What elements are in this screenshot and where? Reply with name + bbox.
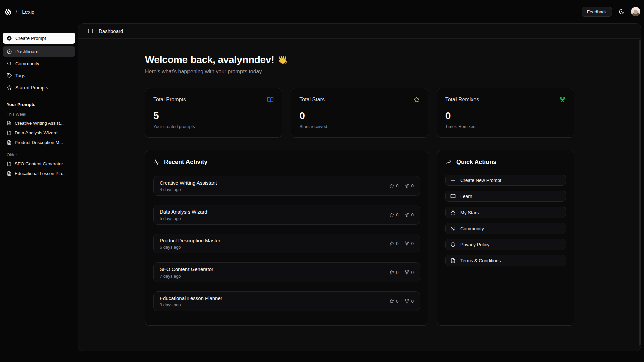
star-count: 0 <box>396 241 399 246</box>
trending-up-icon <box>445 159 452 165</box>
fork-count: 0 <box>411 270 414 275</box>
fork-count: 0 <box>411 299 414 304</box>
activity-list: Creative Writing Assistant 4 days ago 0 … <box>153 176 420 311</box>
stat-value: 5 <box>153 110 274 121</box>
activity-row[interactable]: SEO Content Generator 7 days ago 0 0 <box>153 262 420 282</box>
welcome-heading: Welcome back, avalynndev! <box>145 54 574 65</box>
activity-icon <box>153 159 160 165</box>
shield-icon <box>450 242 456 247</box>
stat-caption: Stars received <box>299 124 420 129</box>
welcome-subheading: Here's what's happening with your prompt… <box>145 69 574 75</box>
star-count: 0 <box>396 212 399 217</box>
my-stars-button[interactable]: My Stars <box>445 207 566 218</box>
community-button[interactable]: Community <box>445 223 566 234</box>
activity-time: 6 days ago <box>160 245 220 250</box>
git-fork-icon <box>404 212 409 217</box>
waving-hand-icon <box>278 55 288 65</box>
group-label-older: Older <box>3 153 75 157</box>
scrollbar[interactable] <box>639 40 641 346</box>
sidebar-item-label: Dashboard <box>15 49 39 54</box>
activity-row[interactable]: Product Description Master 6 days ago 0 … <box>153 234 420 253</box>
sidebar: Create Prompt Dashboard Community Tags S… <box>0 23 78 362</box>
activity-time: 5 days ago <box>160 216 207 221</box>
stat-title: Total Stars <box>299 97 325 103</box>
compass-icon <box>7 49 12 54</box>
activity-name: Data Analysis Wizard <box>160 209 207 215</box>
create-new-prompt-button[interactable]: Create New Prompt <box>445 175 566 186</box>
recent-activity-card: Recent Activity Creative Writing Assista… <box>145 150 428 326</box>
star-icon <box>389 270 394 275</box>
page-title: Dashboard <box>99 28 123 34</box>
learn-button[interactable]: Learn <box>445 191 566 202</box>
breadcrumb-separator: / <box>16 9 17 15</box>
moon-icon <box>619 9 625 15</box>
file-text-icon <box>7 130 12 135</box>
main-panel: Dashboard Welcome back, avalynndev! <box>78 23 641 351</box>
star-icon <box>389 299 394 304</box>
stat-caption: Times Remixed <box>445 124 566 129</box>
git-fork-icon <box>404 270 409 275</box>
git-fork-icon <box>559 96 566 103</box>
stat-value: 0 <box>445 110 566 121</box>
sidebar-item-label: Tags <box>15 73 25 78</box>
prompt-item-label: Educational Lesson Pla... <box>15 171 66 176</box>
stats-grid: Total Prompts 5 Your created prompts Tot… <box>145 88 574 138</box>
sidebar-prompt-item[interactable]: SEO Content Generator <box>3 159 75 169</box>
theme-toggle-button[interactable] <box>619 9 625 15</box>
create-prompt-label: Create Prompt <box>15 36 46 41</box>
dashboard-content: Welcome back, avalynndev! Here's what's … <box>145 39 574 326</box>
privacy-policy-button[interactable]: Privacy Policy <box>445 239 566 250</box>
sidebar-item-community[interactable]: Community <box>3 58 75 69</box>
quick-actions-card: Quick Actions Create New Prompt Learn My… <box>437 150 574 326</box>
book-open-icon <box>267 96 274 103</box>
users-icon <box>450 226 456 231</box>
sidebar-prompt-item[interactable]: Creative Writing Assist... <box>3 118 75 128</box>
sidebar-item-label: Stared Prompts <box>15 85 48 90</box>
create-prompt-button[interactable]: Create Prompt <box>3 33 75 44</box>
stat-title: Total Remixes <box>445 97 479 103</box>
panel-left-toggle-icon[interactable] <box>88 28 93 34</box>
stat-card-total-remixes: Total Remixes 0 Times Remixed <box>437 88 574 138</box>
recent-activity-title: Recent Activity <box>164 159 207 166</box>
prompt-item-label: Product Description M... <box>15 140 63 145</box>
activity-name: Creative Writing Assistant <box>160 180 217 186</box>
plus-circle-icon <box>7 36 12 41</box>
panel-header: Dashboard <box>78 24 641 39</box>
git-fork-icon <box>404 299 409 304</box>
fork-count: 0 <box>411 183 414 188</box>
app-logo-icon[interactable] <box>5 9 11 15</box>
star-icon <box>389 183 394 188</box>
activity-row[interactable]: Creative Writing Assistant 4 days ago 0 … <box>153 176 420 196</box>
file-text-icon <box>7 140 12 145</box>
feedback-button[interactable]: Feedback <box>582 7 612 17</box>
terms-conditions-button[interactable]: Terms & Conditions <box>445 255 566 266</box>
sidebar-item-tags[interactable]: Tags <box>3 70 75 81</box>
search-icon <box>7 61 12 66</box>
fork-count: 0 <box>411 212 414 217</box>
book-open-icon <box>450 194 456 199</box>
activity-row[interactable]: Educational Lesson Planner 9 days ago 0 … <box>153 291 420 311</box>
file-text-icon <box>7 121 12 126</box>
star-icon <box>389 241 394 246</box>
activity-row[interactable]: Data Analysis Wizard 5 days ago 0 0 <box>153 205 420 225</box>
activity-time: 9 days ago <box>160 302 222 307</box>
sidebar-item-dashboard[interactable]: Dashboard <box>3 46 75 57</box>
prompt-item-label: Data Analysis Wizard <box>15 130 58 135</box>
sidebar-prompt-item[interactable]: Educational Lesson Pla... <box>3 169 75 178</box>
quick-actions-list: Create New Prompt Learn My Stars Communi… <box>445 175 566 266</box>
prompt-item-label: SEO Content Generator <box>15 161 63 166</box>
avatar[interactable] <box>631 7 640 16</box>
sidebar-nav: Dashboard Community Tags Stared Prompts <box>3 46 75 93</box>
activity-name: SEO Content Generator <box>160 266 213 272</box>
stat-value: 0 <box>299 110 420 121</box>
topbar-actions: Feedback <box>582 7 640 17</box>
sidebar-item-stared-prompts[interactable]: Stared Prompts <box>3 82 75 93</box>
sidebar-prompt-item[interactable]: Product Description M... <box>3 138 75 147</box>
activity-name: Educational Lesson Planner <box>160 295 222 301</box>
star-count: 0 <box>396 270 399 275</box>
activity-name: Product Description Master <box>160 238 220 243</box>
sidebar-item-label: Community <box>15 61 39 66</box>
sidebar-prompt-item[interactable]: Data Analysis Wizard <box>3 128 75 138</box>
brand-area: / Lexiq <box>5 9 35 15</box>
quick-actions-title: Quick Actions <box>456 159 496 166</box>
